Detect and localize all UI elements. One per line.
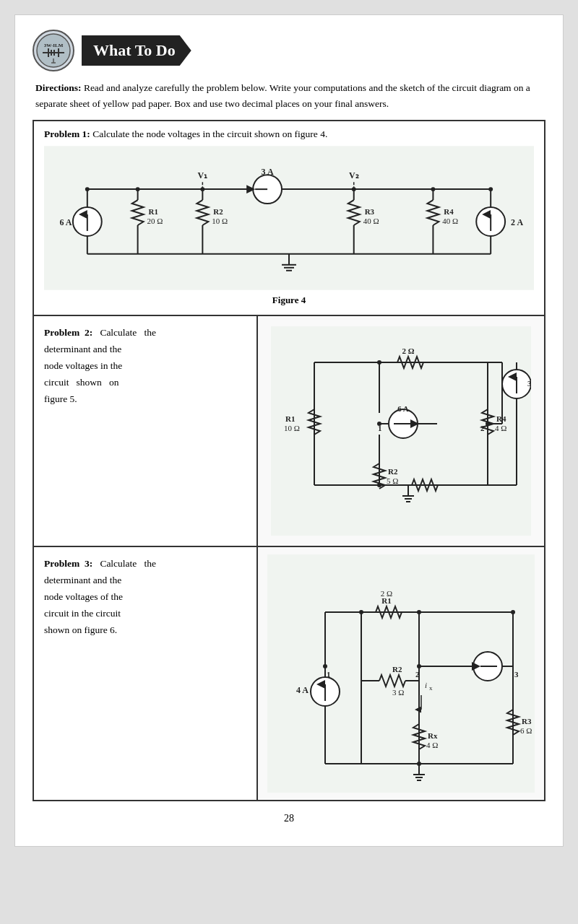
page: 3W-ILM What To Do Directions: Read and a… xyxy=(14,14,564,847)
problem3-text: Problem 3: Calculate the determinant and… xyxy=(34,547,258,800)
svg-text:10 Ω: 10 Ω xyxy=(212,217,228,225)
svg-text:x: x xyxy=(429,684,433,692)
svg-point-110 xyxy=(377,483,381,487)
problem3-section: Problem 3: Calculate the determinant and… xyxy=(34,547,544,800)
figure5-svg: 2 Ω 1 2 6 A xyxy=(271,326,531,536)
svg-text:5 Ω: 5 Ω xyxy=(387,476,398,485)
svg-point-159 xyxy=(511,610,515,614)
problem2-text: Problem 2: Calculate the determinant and… xyxy=(34,316,258,546)
svg-point-51 xyxy=(200,187,204,191)
svg-text:20 Ω: 20 Ω xyxy=(147,217,163,225)
problem1-text: Calculate the node voltages in the circu… xyxy=(92,128,327,139)
problem1-title: Problem 1: Calculate the node voltages i… xyxy=(44,128,534,140)
svg-text:3W-ILM: 3W-ILM xyxy=(44,43,64,48)
svg-text:2 A: 2 A xyxy=(511,217,523,227)
svg-text:4 Ω: 4 Ω xyxy=(426,741,438,749)
svg-text:40 Ω: 40 Ω xyxy=(442,217,458,225)
logo: 3W-ILM xyxy=(33,30,74,71)
svg-point-162 xyxy=(417,762,421,766)
svg-point-157 xyxy=(359,610,363,614)
svg-point-55 xyxy=(85,187,90,191)
svg-text:6 A: 6 A xyxy=(59,217,72,227)
svg-point-50 xyxy=(136,187,140,191)
svg-text:R4: R4 xyxy=(444,207,454,216)
problem3-body: Calculate the determinant and the node v… xyxy=(44,558,156,635)
svg-text:6 A: 6 A xyxy=(397,404,409,413)
problem3-label: Problem 3: xyxy=(44,558,92,569)
svg-text:10 Ω: 10 Ω xyxy=(284,424,300,432)
svg-text:4 Ω: 4 Ω xyxy=(495,424,506,432)
problem1-label: Problem 1: xyxy=(44,128,90,139)
svg-point-161 xyxy=(417,664,421,668)
svg-text:R1: R1 xyxy=(149,207,158,216)
svg-text:R2: R2 xyxy=(213,207,223,216)
svg-text:i: i xyxy=(425,681,427,689)
svg-text:4 A: 4 A xyxy=(296,685,309,695)
svg-point-54 xyxy=(488,187,493,191)
svg-text:2 Ω: 2 Ω xyxy=(402,346,414,355)
directions-text: Read and analyze carefully the problem b… xyxy=(35,82,530,109)
svg-text:R2: R2 xyxy=(388,467,398,476)
svg-point-111 xyxy=(486,422,490,426)
page-title: What To Do xyxy=(82,35,191,66)
svg-text:R1: R1 xyxy=(285,414,295,423)
svg-text:3 Ω: 3 Ω xyxy=(392,688,404,697)
svg-text:V₁: V₁ xyxy=(198,170,208,180)
problem2-section: Problem 2: Calculate the determinant and… xyxy=(34,316,544,547)
problem2-label: Problem 2: xyxy=(44,327,92,338)
content-box: Problem 1: Calculate the node voltages i… xyxy=(33,120,545,801)
svg-text:3: 3 xyxy=(514,670,519,679)
svg-point-108 xyxy=(377,360,381,365)
svg-point-109 xyxy=(377,422,381,426)
page-number: 28 xyxy=(33,813,545,824)
svg-text:R2: R2 xyxy=(392,665,402,674)
svg-text:40 Ω: 40 Ω xyxy=(363,217,379,225)
problem2-body: Calculate the determinant and the node v… xyxy=(44,327,156,404)
svg-text:3 A: 3 A xyxy=(527,379,531,388)
svg-text:2 Ω: 2 Ω xyxy=(381,589,392,598)
svg-text:R3: R3 xyxy=(522,717,532,725)
svg-point-160 xyxy=(323,664,327,668)
problem1-section: Problem 1: Calculate the node voltages i… xyxy=(34,121,544,316)
svg-text:3 A: 3 A xyxy=(262,167,274,177)
directions-block: Directions: Read and analyze carefully t… xyxy=(33,80,545,111)
svg-point-52 xyxy=(352,187,356,191)
figure4-svg: 6 A R1 20 xyxy=(44,146,534,290)
figure4-label: Figure 4 xyxy=(44,295,534,306)
svg-text:Rx: Rx xyxy=(428,731,438,740)
svg-point-53 xyxy=(431,187,435,191)
svg-point-158 xyxy=(417,610,421,614)
figure5-diagram: 2 Ω 1 2 6 A xyxy=(258,316,544,546)
svg-text:V₂: V₂ xyxy=(349,170,359,180)
svg-text:6 Ω: 6 Ω xyxy=(520,726,532,735)
directions-label: Directions: xyxy=(35,82,82,93)
figure4-container: 6 A R1 20 xyxy=(44,146,534,290)
svg-text:R4: R4 xyxy=(496,414,506,423)
figure6-diagram: R1 2 Ω 1 2 3 R2 3 Ω xyxy=(258,547,544,800)
figure6-svg: R1 2 Ω 1 2 3 R2 3 Ω xyxy=(267,554,535,793)
header: 3W-ILM What To Do xyxy=(33,30,545,71)
svg-text:R3: R3 xyxy=(365,207,375,216)
